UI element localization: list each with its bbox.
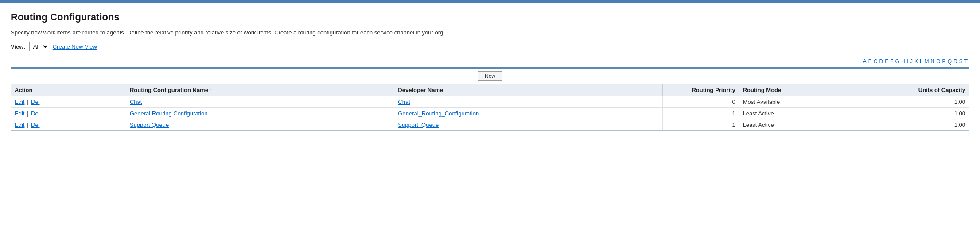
col-header-capacity: Units of Capacity (873, 84, 969, 96)
name-link[interactable]: Support Queue (130, 122, 169, 128)
action-cell: Edit | Del (11, 108, 126, 119)
action-cell: Edit | Del (11, 96, 126, 108)
sort-arrow: ↑ (210, 88, 213, 93)
action-cell: Edit | Del (11, 119, 126, 131)
alpha-letter-I[interactable]: I (907, 58, 908, 65)
priority-cell: 1 (662, 119, 739, 131)
alpha-letter-H[interactable]: H (901, 58, 905, 65)
name-cell: General Routing Configuration (126, 108, 394, 119)
capacity-cell: 1.00 (873, 96, 969, 108)
view-bar: View: All Create New View (11, 42, 969, 51)
view-select[interactable]: All (29, 42, 49, 51)
del-link[interactable]: Del (31, 110, 40, 117)
routing-table: Action Routing Configuration Name ↑ Deve… (11, 84, 969, 130)
action-sep: | (27, 99, 30, 105)
devname-link[interactable]: Chat (398, 99, 410, 105)
page-container: Routing Configurations Specify how work … (0, 3, 980, 141)
alpha-letter-B[interactable]: B (868, 58, 872, 65)
edit-link[interactable]: Edit (15, 99, 24, 105)
edit-link[interactable]: Edit (15, 110, 24, 117)
name-cell: Support Queue (126, 119, 394, 131)
alpha-letter-F[interactable]: F (890, 58, 893, 65)
alpha-letter-O[interactable]: O (936, 58, 940, 65)
priority-cell: 1 (662, 108, 739, 119)
name-cell: Chat (126, 96, 394, 108)
del-link[interactable]: Del (31, 122, 40, 128)
alpha-letter-M[interactable]: M (925, 58, 929, 65)
page-description: Specify how work items are routed to age… (11, 29, 969, 36)
alpha-letter-P[interactable]: P (942, 58, 946, 65)
new-button[interactable]: New (478, 71, 502, 81)
table-row: Edit | Del Chat Chat 0 Most Available 1.… (11, 96, 969, 108)
table-header-row: Action Routing Configuration Name ↑ Deve… (11, 84, 969, 96)
action-sep: | (27, 110, 30, 117)
alpha-letter-N[interactable]: N (931, 58, 935, 65)
devname-link[interactable]: Support_Queue (398, 122, 439, 128)
name-link[interactable]: General Routing Configuration (130, 110, 208, 117)
alpha-letter-D[interactable]: D (879, 58, 883, 65)
priority-cell: 0 (662, 96, 739, 108)
alpha-letter-A[interactable]: A (863, 58, 867, 65)
table-section: New Action Routing Configuration Name ↑ … (11, 67, 969, 131)
alpha-letter-S[interactable]: S (959, 58, 963, 65)
col-header-model: Routing Model (739, 84, 873, 96)
capacity-cell: 1.00 (873, 119, 969, 131)
alpha-letter-L[interactable]: L (920, 58, 923, 65)
devname-cell: Support_Queue (394, 119, 662, 131)
alpha-letter-G[interactable]: G (895, 58, 899, 65)
devname-cell: Chat (394, 96, 662, 108)
devname-cell: General_Routing_Configuration (394, 108, 662, 119)
col-header-name: Routing Configuration Name ↑ (126, 84, 394, 96)
table-row: Edit | Del Support Queue Support_Queue 1… (11, 119, 969, 131)
capacity-cell: 1.00 (873, 108, 969, 119)
model-cell: Least Active (739, 119, 873, 131)
alpha-letter-R[interactable]: R (953, 58, 957, 65)
alpha-letter-E[interactable]: E (885, 58, 888, 65)
col-header-action: Action (11, 84, 126, 96)
alpha-letter-Q[interactable]: Q (948, 58, 952, 65)
page-title: Routing Configurations (11, 11, 969, 23)
name-link[interactable]: Chat (130, 99, 142, 105)
alpha-bar: ABCDEFGHIJKLMNOPQRST (11, 58, 969, 65)
view-label: View: (11, 43, 26, 50)
create-new-view-link[interactable]: Create New View (53, 43, 97, 50)
del-link[interactable]: Del (31, 99, 40, 105)
table-row: Edit | Del General Routing Configuration… (11, 108, 969, 119)
edit-link[interactable]: Edit (15, 122, 24, 128)
alpha-letter-C[interactable]: C (874, 58, 878, 65)
alpha-letter-J[interactable]: J (910, 58, 913, 65)
devname-link[interactable]: General_Routing_Configuration (398, 110, 479, 117)
action-sep: | (27, 122, 30, 128)
alpha-letter-T[interactable]: T (964, 58, 968, 65)
model-cell: Most Available (739, 96, 873, 108)
col-header-priority: Routing Priority (662, 84, 739, 96)
new-button-row: New (11, 69, 969, 84)
model-cell: Least Active (739, 108, 873, 119)
col-header-devname: Developer Name (394, 84, 662, 96)
alpha-letter-K[interactable]: K (914, 58, 918, 65)
